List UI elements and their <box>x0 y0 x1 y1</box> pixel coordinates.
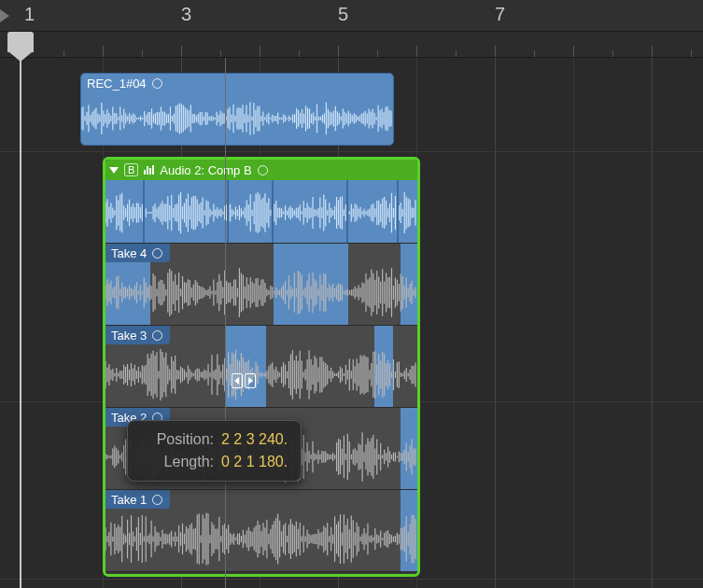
waveform <box>105 511 417 567</box>
playhead-line[interactable] <box>20 58 21 588</box>
tooltip-length-value: 0 2 1 180. <box>221 451 288 473</box>
comp-split[interactable] <box>143 180 145 243</box>
gridline <box>573 58 574 588</box>
tooltip-position-label: Position: <box>141 428 214 451</box>
loop-icon <box>152 248 162 259</box>
comp-badge[interactable]: B <box>124 163 138 176</box>
take-lane[interactable]: Take 1 <box>105 490 417 572</box>
disclosure-triangle-icon[interactable] <box>109 167 119 174</box>
take-folder[interactable]: B Audio 2: Comp B Take 4Take 3Take 2Take… <box>103 157 420 577</box>
comp-split[interactable] <box>227 180 229 243</box>
gridline <box>495 58 496 588</box>
track-divider <box>0 579 703 580</box>
take-header[interactable]: Take 4 <box>105 244 170 262</box>
tooltip-position-value: 2 2 3 240. <box>221 428 288 451</box>
take-label: Take 3 <box>111 329 147 343</box>
comp-lane[interactable] <box>105 180 417 244</box>
bar-number: 5 <box>338 4 348 25</box>
bar-number: 3 <box>181 4 191 25</box>
beat-ruler[interactable] <box>0 32 703 58</box>
comp-split[interactable] <box>397 180 399 243</box>
tooltip-length-label: Length: <box>141 451 214 473</box>
waveform <box>105 264 417 321</box>
region-name: REC_1#04 <box>87 77 147 91</box>
edit-guide-line <box>225 58 226 588</box>
take-label: Take 1 <box>111 493 147 507</box>
gridline <box>652 58 653 588</box>
take-header[interactable]: Take 3 <box>105 326 170 344</box>
comp-header[interactable]: B Audio 2: Comp B <box>105 160 417 180</box>
loop-icon <box>152 330 162 341</box>
comp-split[interactable] <box>346 180 348 243</box>
comp-split[interactable] <box>272 180 274 243</box>
take-label: Take 4 <box>111 246 147 260</box>
loop-icon <box>152 495 162 505</box>
take-lane[interactable]: Take 4 <box>105 244 417 326</box>
loop-icon <box>152 78 162 89</box>
resize-cursor-icon <box>232 373 256 388</box>
waveform <box>81 100 393 137</box>
take-lane[interactable]: Take 3 <box>105 326 417 408</box>
comp-title: Audio 2: Comp B <box>160 163 251 177</box>
take-header[interactable]: Take 1 <box>105 490 170 509</box>
track-divider <box>0 151 703 152</box>
region-header: REC_1#04 <box>81 74 393 92</box>
playhead-marker[interactable] <box>7 32 34 52</box>
audio-region-rec1[interactable]: REC_1#04 <box>80 73 394 146</box>
cycle-start-icon[interactable] <box>0 9 9 22</box>
quick-swipe-icon[interactable] <box>144 165 154 175</box>
loop-icon <box>258 165 268 175</box>
waveform <box>105 189 417 236</box>
position-tooltip: Position: 2 2 3 240. Length: 0 2 1 180. <box>127 420 302 482</box>
bar-ruler[interactable]: 1 3 5 7 <box>0 0 703 32</box>
bar-number: 1 <box>24 4 35 25</box>
waveform <box>105 346 417 403</box>
bar-number: 7 <box>495 4 505 25</box>
